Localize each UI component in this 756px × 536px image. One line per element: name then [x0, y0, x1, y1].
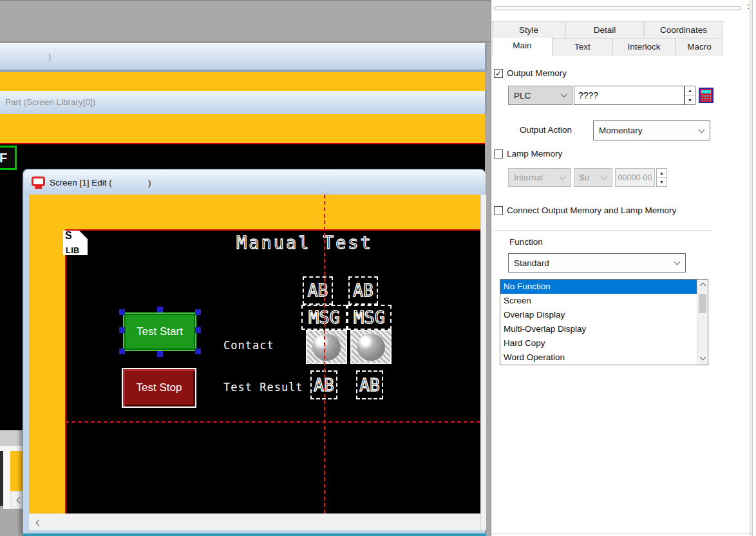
selection-handle[interactable]	[195, 327, 201, 333]
scroll-down-icon[interactable]	[700, 354, 706, 361]
slib-icon-triangle	[79, 231, 88, 240]
screen-monitor-icon	[32, 177, 45, 189]
lamp-part-1[interactable]	[306, 330, 347, 364]
scroll-up-icon[interactable]	[700, 283, 706, 289]
function-mode-select[interactable]: Standard	[508, 253, 686, 273]
stepper-down-icon[interactable]: ▼	[685, 96, 695, 105]
tab-text[interactable]: Text	[553, 38, 612, 55]
monitor-screen-shape	[32, 177, 45, 186]
test-result-label[interactable]: Test Result	[223, 381, 303, 394]
background-window-canvas	[0, 72, 485, 91]
lamp-address-stepper[interactable]: ▲ ▼	[656, 168, 667, 187]
function-listbox[interactable]: No Function Screen Overlap Display Multi…	[500, 279, 708, 365]
output-address-input[interactable]: ????	[574, 86, 685, 105]
function-list-scrollbar[interactable]	[697, 280, 708, 365]
list-item-multi-overlap-display[interactable]: Multi-Overlap Display	[500, 322, 697, 336]
scrollbar-thumb[interactable]	[699, 294, 706, 313]
list-item-word-operation[interactable]: Word Operation	[500, 350, 697, 365]
part-window-titlebar[interactable]: Part (Screen Library[0])	[0, 91, 487, 114]
selection-handle[interactable]	[195, 309, 201, 315]
screen-library-icon[interactable]: S LIB	[63, 231, 88, 255]
selection-handle[interactable]	[119, 309, 125, 315]
background-window-titlebar[interactable]: )	[0, 43, 487, 70]
selection-handle[interactable]	[119, 327, 125, 333]
message-part-msg-2[interactable]: MSG	[347, 305, 392, 330]
address-calculator-button[interactable]	[699, 88, 713, 103]
lamp-device-select: Internal	[508, 168, 571, 187]
lamp-part-2[interactable]	[350, 330, 392, 364]
contact-label[interactable]: Contact	[223, 339, 274, 352]
message-part-ab-2[interactable]: AB	[348, 276, 378, 305]
test-start-label: Test Start	[137, 325, 183, 338]
screen-edit-titlebar[interactable]: Screen [1] Edit ( )	[24, 170, 486, 195]
chevron-down-icon	[560, 173, 566, 180]
panel-right-border	[752, 0, 753, 536]
lamp-circle	[357, 334, 385, 361]
screen-heading-text[interactable]: Manual Test	[236, 233, 373, 253]
tab-detail[interactable]: Detail	[565, 21, 644, 39]
editor-workspace: ) Part (Screen Library[0]) F	[0, 0, 491, 536]
window-bottom-accent	[23, 533, 486, 536]
screen-edit-canvas[interactable]: S LIB Manual Test Test Start Test Stop C…	[29, 195, 480, 530]
part-window-title: Part (Screen Library[0])	[5, 97, 95, 107]
chevron-down-icon	[674, 259, 681, 265]
stepper-up-icon[interactable]: ▲	[685, 86, 695, 96]
section-divider	[493, 230, 712, 231]
output-memory-checkbox[interactable]: ✓	[494, 69, 503, 78]
message-part-ab-1[interactable]: AB	[303, 276, 333, 305]
library-part-label: F	[0, 151, 7, 165]
output-device-select[interactable]: PLC	[508, 86, 572, 105]
selection-handle[interactable]	[157, 307, 163, 312]
chevron-down-icon	[601, 173, 607, 180]
test-stop-switch[interactable]: Test Stop	[122, 368, 196, 408]
application-window: ) Part (Screen Library[0]) F	[0, 0, 756, 536]
toolbar-strip	[0, 0, 491, 43]
output-device-value: PLC	[514, 91, 531, 100]
slib-icon-caption: LIB	[66, 246, 80, 255]
selection-handle[interactable]	[195, 349, 201, 354]
lamp-device-value: Internal	[514, 173, 543, 182]
tab-coordinates[interactable]: Coordinates	[644, 21, 723, 39]
lamp-memory-checkbox[interactable]	[494, 149, 503, 158]
list-item-screen[interactable]: Screen	[500, 294, 697, 308]
selection-handle[interactable]	[119, 349, 125, 354]
lamp-address-input: 00000-00	[615, 168, 655, 187]
chevron-left-icon	[16, 497, 23, 503]
panel-splitter-handle[interactable]	[494, 6, 741, 10]
tab-interlock[interactable]: Interlock	[612, 38, 676, 55]
tab-style[interactable]: Style	[492, 21, 565, 39]
part-canvas-margin	[0, 114, 485, 143]
output-address-stepper[interactable]: ▲ ▼	[685, 86, 695, 105]
properties-panel: x Style Detail Coordinates Main Text Int…	[491, 0, 756, 536]
tab-main[interactable]: Main	[492, 37, 553, 56]
lamp-circle	[312, 334, 341, 361]
output-action-value: Momentary	[599, 126, 643, 135]
lamp-address-value: 00000-00	[618, 173, 652, 182]
output-memory-label: Output Memory	[507, 68, 567, 78]
canvas-horizontal-scrollbar[interactable]	[29, 513, 480, 530]
library-part-thumbnail[interactable]: F	[0, 146, 17, 170]
lamp-type-value: $u	[580, 173, 589, 182]
back-window-frame	[3, 451, 10, 510]
list-item-hard-copy[interactable]: Hard Copy	[500, 336, 697, 350]
vertical-guide-line	[324, 195, 325, 513]
screen-edit-title: Screen [1] Edit ( )	[50, 178, 151, 187]
test-start-switch[interactable]: Test Start	[123, 312, 196, 351]
chevron-left-icon	[35, 519, 42, 526]
stepper-down-icon[interactable]: ▼	[657, 178, 666, 186]
selection-handle[interactable]	[157, 351, 163, 357]
result-part-ab-2[interactable]: AB	[356, 370, 383, 399]
tab-macro[interactable]: Macro	[676, 38, 723, 55]
connect-memory-label: Connect Output Memory and Lamp Memory	[507, 206, 676, 215]
function-mode-value: Standard	[514, 258, 549, 268]
canvas-scroll-left-button[interactable]	[32, 516, 46, 529]
list-item-overlap-display[interactable]: Overlap Display	[500, 308, 697, 322]
connect-memory-checkbox[interactable]	[494, 206, 503, 215]
calculator-keys-icon	[701, 95, 711, 101]
output-action-select[interactable]: Momentary	[593, 120, 710, 140]
stepper-up-icon[interactable]: ▲	[657, 169, 666, 178]
function-label: Function	[509, 237, 543, 247]
list-item-no-function[interactable]: No Function	[500, 280, 697, 294]
canvas-vertical-scrollbar[interactable]	[480, 195, 486, 530]
test-stop-label: Test Stop	[137, 381, 182, 394]
